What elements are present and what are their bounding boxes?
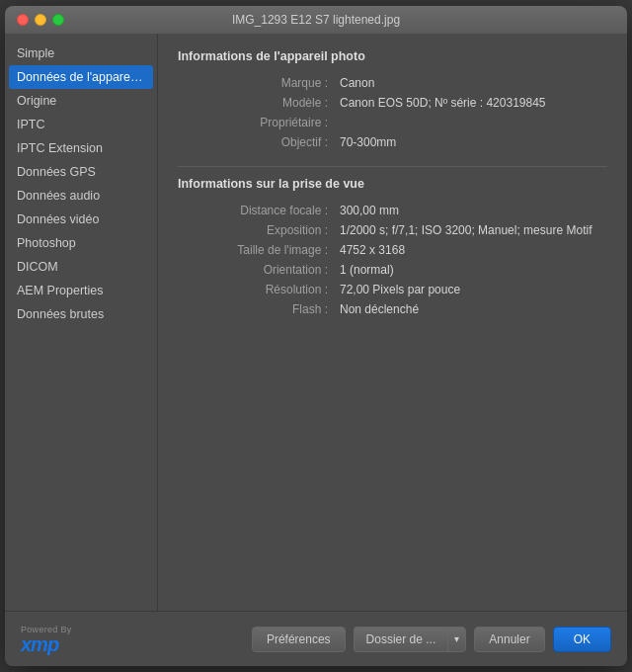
ok-button[interactable]: OK: [553, 627, 611, 652]
section1-title: Informations de l'appareil photo: [178, 49, 607, 63]
dossier-dropdown-arrow[interactable]: ▾: [447, 627, 466, 652]
maximize-button[interactable]: [52, 14, 64, 26]
field-value: Canon: [336, 73, 607, 93]
powered-by-label: Powered By: [21, 625, 72, 634]
xmp-branding: Powered By xmp: [21, 625, 72, 654]
bottom-bar: Powered By xmp Préférences Dossier de ..…: [5, 611, 627, 666]
section-divider: [178, 166, 607, 167]
table-row: Modèle :Canon EOS 50D; Nº série : 420319…: [178, 93, 607, 113]
annuler-button[interactable]: Annuler: [474, 627, 544, 652]
field-label: Taille de l'image :: [178, 240, 336, 260]
field-label: Orientation :: [178, 260, 336, 280]
sidebar-item-photoshop[interactable]: Photoshop: [5, 231, 157, 255]
sidebar-item-origine[interactable]: Origine: [5, 89, 157, 113]
field-value: 1 (normal): [336, 260, 607, 280]
field-value: 72,00 Pixels par pouce: [336, 280, 607, 299]
field-value: 4752 x 3168: [336, 240, 607, 260]
title-bar: IMG_1293 E12 S7 lightened.jpg: [5, 6, 627, 34]
section1-table: Marque :CanonModèle :Canon EOS 50D; Nº s…: [178, 73, 607, 152]
field-label: Distance focale :: [178, 201, 336, 220]
field-value: 1/2000 s; f/7,1; ISO 3200; Manuel; mesur…: [336, 220, 607, 240]
table-row: Flash :Non déclenché: [178, 299, 607, 319]
preferences-button[interactable]: Préférences: [252, 627, 346, 652]
sidebar: SimpleDonnées de l'appareil ...OrigineIP…: [5, 34, 158, 611]
sidebar-item-iptc-extension[interactable]: IPTC Extension: [5, 136, 157, 160]
sidebar-item-donnees-brutes[interactable]: Données brutes: [5, 302, 157, 326]
field-label: Marque :: [178, 73, 336, 93]
bottom-buttons: Préférences Dossier de ... ▾ Annuler OK: [252, 627, 611, 652]
table-row: Exposition :1/2000 s; f/7,1; ISO 3200; M…: [178, 220, 607, 240]
sidebar-item-aem-properties[interactable]: AEM Properties: [5, 279, 157, 302]
main-content: SimpleDonnées de l'appareil ...OrigineIP…: [5, 34, 627, 611]
field-value: 300,00 mm: [336, 201, 607, 220]
field-value: 70-300mm: [336, 132, 607, 152]
table-row: Taille de l'image :4752 x 3168: [178, 240, 607, 260]
field-label: Propriétaire :: [178, 113, 336, 132]
section2-table: Distance focale :300,00 mmExposition :1/…: [178, 201, 607, 319]
table-row: Orientation :1 (normal): [178, 260, 607, 280]
field-label: Modèle :: [178, 93, 336, 113]
table-row: Résolution :72,00 Pixels par pouce: [178, 280, 607, 299]
sidebar-item-donnees-video[interactable]: Données vidéo: [5, 208, 157, 231]
traffic-lights: [17, 14, 64, 26]
xmp-logo: xmp: [21, 634, 58, 654]
field-value: Canon EOS 50D; Nº série : 420319845: [336, 93, 607, 113]
sidebar-item-dicom[interactable]: DICOM: [5, 255, 157, 279]
dossier-dropdown-main[interactable]: Dossier de ...: [354, 627, 448, 652]
close-button[interactable]: [17, 14, 29, 26]
info-panel: Informations de l'appareil photo Marque …: [158, 34, 627, 611]
minimize-button[interactable]: [35, 14, 46, 26]
sidebar-item-donnees-audio[interactable]: Données audio: [5, 184, 157, 208]
dossier-dropdown[interactable]: Dossier de ... ▾: [354, 627, 467, 652]
field-value: [336, 113, 607, 132]
sidebar-item-iptc[interactable]: IPTC: [5, 113, 157, 136]
table-row: Distance focale :300,00 mm: [178, 201, 607, 220]
sidebar-item-simple[interactable]: Simple: [5, 42, 157, 65]
table-row: Objectif :70-300mm: [178, 132, 607, 152]
window-title: IMG_1293 E12 S7 lightened.jpg: [232, 13, 400, 27]
field-label: Flash :: [178, 299, 336, 319]
sidebar-item-donnees-gps[interactable]: Données GPS: [5, 160, 157, 184]
table-row: Propriétaire :: [178, 113, 607, 132]
table-row: Marque :Canon: [178, 73, 607, 93]
sidebar-item-donnees-appareil[interactable]: Données de l'appareil ...: [9, 65, 153, 89]
field-label: Objectif :: [178, 132, 336, 152]
field-label: Exposition :: [178, 220, 336, 240]
field-label: Résolution :: [178, 280, 336, 299]
main-window: IMG_1293 E12 S7 lightened.jpg SimpleDonn…: [5, 6, 627, 666]
section2-title: Informations sur la prise de vue: [178, 177, 607, 191]
field-value: Non déclenché: [336, 299, 607, 319]
